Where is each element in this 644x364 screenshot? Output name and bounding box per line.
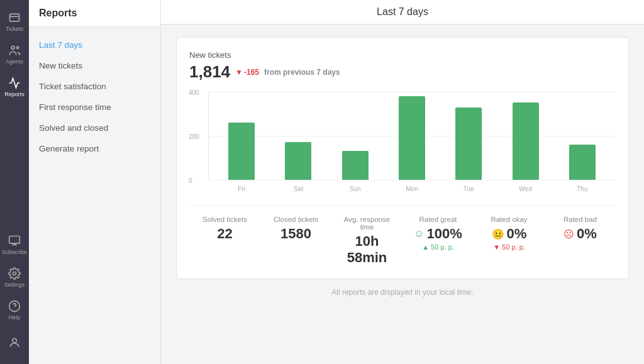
nav-tickets-label: Tickets: [6, 26, 23, 32]
stat-rated-great: Rated great ☺ 100% ▲ 50 p. p.: [402, 216, 474, 266]
main-header: Last 7 days: [161, 0, 644, 25]
nav-agents[interactable]: Agents: [0, 38, 29, 70]
x-label-tue: Tue: [440, 185, 497, 192]
stat-okay-value-row: 😐 0%: [479, 226, 540, 242]
bar-group-wed: [497, 92, 553, 180]
x-label-fri: Fri: [213, 185, 270, 192]
nav-help[interactable]: Help: [0, 294, 29, 326]
nav-tickets[interactable]: Tickets: [0, 5, 29, 38]
stat-rated-okay: Rated okay 😐 0% ▼ 50 p. p.: [474, 216, 545, 266]
stat-great-change: ▲ 50 p. p.: [408, 243, 469, 251]
stat-avg-value: 10h 58min: [336, 233, 397, 266]
change-number: -165: [244, 68, 259, 77]
sidebar-item-new-tickets[interactable]: New tickets: [29, 55, 160, 76]
stat-solved-tickets: Solved tickets 22: [189, 216, 260, 266]
bar-fri: [228, 123, 255, 180]
main-body: New tickets 1,814 ▼ -165 from previous 7…: [161, 25, 644, 364]
x-label-sat: Sat: [270, 185, 326, 192]
bar-sun: [342, 151, 369, 180]
smiley-okay-icon: 😐: [492, 228, 504, 240]
stat-okay-value: 0%: [507, 226, 527, 242]
bar-group-sun: [327, 92, 384, 180]
nav-reports[interactable]: Reports: [0, 70, 29, 103]
x-label-thu: Thu: [554, 185, 611, 192]
nav-user[interactable]: [0, 326, 29, 359]
nav-subscribe[interactable]: Subscribe: [0, 228, 29, 261]
bar-thu: [569, 145, 596, 180]
card-main-value: 1,814: [189, 62, 230, 82]
bar-group-sat: [270, 92, 326, 180]
stat-bad-value: 0%: [577, 226, 597, 242]
bar-group-mon: [384, 92, 440, 180]
x-label-wed: Wed: [497, 185, 553, 192]
sidebar-title: Reports: [29, 0, 160, 27]
sidebar-nav: Last 7 days New tickets Ticket satisfact…: [29, 27, 160, 167]
stat-okay-change: ▼ 50 p. p.: [479, 243, 540, 251]
new-tickets-card: New tickets 1,814 ▼ -165 from previous 7…: [176, 37, 629, 279]
icon-nav: Tickets Agents Reports Subscribe: [0, 0, 29, 364]
stat-closed-label: Closed tickets: [265, 216, 326, 223]
bar-group-tue: [440, 92, 497, 180]
change-arrow: ▼: [235, 68, 243, 77]
stats-row: Solved tickets 22 Closed tickets 1580 Av…: [189, 205, 616, 266]
nav-settings[interactable]: Settings: [0, 261, 29, 294]
nav-reports-label: Reports: [4, 91, 25, 97]
svg-point-2: [11, 46, 14, 49]
sidebar-item-first-response-time[interactable]: First response time: [29, 97, 160, 118]
bar-wed: [513, 102, 539, 180]
sidebar-item-ticket-satisfaction[interactable]: Ticket satisfaction: [29, 76, 160, 97]
svg-point-6: [13, 272, 16, 275]
nav-help-label: Help: [9, 314, 21, 321]
card-title: New tickets: [189, 50, 616, 60]
stat-solved-label: Solved tickets: [194, 216, 255, 223]
x-label-sun: Sun: [327, 185, 384, 192]
x-label-mon: Mon: [384, 185, 440, 192]
sidebar-item-generate-report[interactable]: Generate report: [29, 138, 160, 159]
sidebar-item-solved-and-closed[interactable]: Solved and closed: [29, 118, 160, 138]
stat-okay-label: Rated okay: [479, 216, 540, 223]
svg-point-3: [16, 47, 18, 48]
stat-solved-value: 22: [194, 226, 255, 242]
stat-avg-response: Avg. response time 10h 58min: [331, 216, 402, 266]
svg-point-9: [13, 338, 17, 343]
svg-rect-4: [9, 236, 20, 243]
stat-avg-label: Avg. response time: [336, 216, 397, 231]
footer-note: All reports are displayed in your local …: [176, 288, 629, 297]
bar-sat: [285, 142, 311, 180]
card-change: ▼ -165: [235, 68, 259, 77]
stat-bad-label: Rated bad: [550, 216, 611, 223]
y-label-200: 200: [189, 133, 199, 140]
main-content: Last 7 days New tickets 1,814 ▼ -165 fro…: [161, 0, 644, 364]
stat-closed-value: 1580: [265, 226, 326, 242]
icon-nav-bottom: Subscribe Settings Help: [0, 228, 29, 364]
stat-great-label: Rated great: [408, 216, 469, 223]
card-value-row: 1,814 ▼ -165 from previous 7 days: [189, 62, 616, 82]
card-change-text: from previous 7 days: [264, 68, 340, 77]
stat-closed-tickets: Closed tickets 1580: [260, 216, 331, 266]
x-labels: FriSatSunMonTueWedThu: [208, 185, 616, 192]
svg-rect-0: [10, 14, 19, 21]
stat-great-value: 100%: [427, 226, 462, 242]
bar-group-thu: [554, 92, 611, 180]
smiley-bad-icon: ☹: [564, 228, 574, 240]
nav-agents-label: Agents: [6, 58, 23, 65]
y-label-400: 400: [189, 89, 199, 96]
sidebar-item-last7days[interactable]: Last 7 days: [29, 35, 160, 55]
stat-great-value-row: ☺ 100%: [408, 226, 469, 242]
chart-area: 400 200 0 FriSatSunMonTueWedThu: [189, 92, 616, 192]
stat-bad-value-row: ☹ 0%: [550, 226, 611, 242]
bar-mon: [399, 96, 425, 180]
bar-group-fri: [213, 92, 270, 180]
y-label-0: 0: [189, 177, 192, 184]
bars-container: [208, 92, 616, 180]
nav-subscribe-label: Subscribe: [2, 249, 27, 255]
nav-settings-label: Settings: [4, 282, 25, 288]
sidebar: Reports Last 7 days New tickets Ticket s…: [29, 0, 161, 364]
stat-rated-bad: Rated bad ☹ 0%: [545, 216, 616, 266]
smiley-great-icon: ☺: [414, 228, 424, 240]
bar-tue: [455, 108, 482, 180]
